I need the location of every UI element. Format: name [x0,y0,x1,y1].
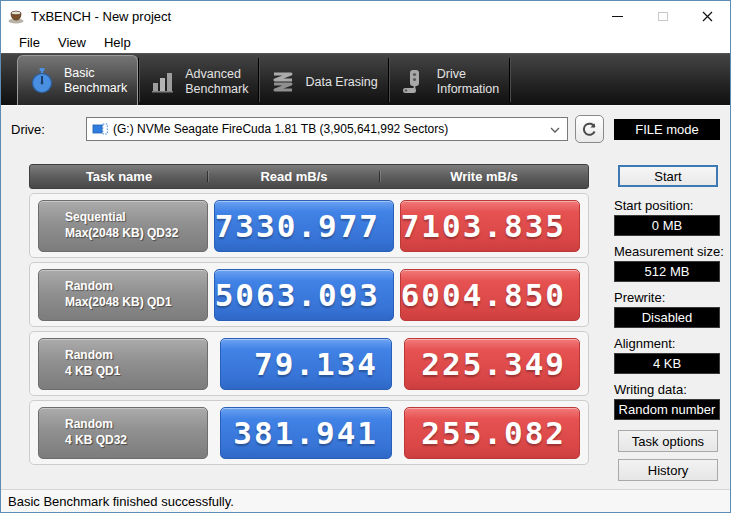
task-random-max-qd1-button[interactable]: Random Max(2048 KB) QD1 [38,269,208,321]
alignment-value[interactable]: 4 KB [614,353,720,374]
read-value-random-4kb-qd32: 381.941 [220,407,392,459]
task-options-button[interactable]: Task options [618,430,718,452]
column-read: Read mB/s [208,169,380,184]
minimize-button[interactable] [595,1,640,31]
write-value-sequential-qd32: 7103.835 [400,200,580,252]
prewrite-value[interactable]: Disabled [614,307,720,328]
drive-selected-value: (G:) NVMe Seagate FireCuda 1.81 TB (3,90… [113,122,448,136]
table-row: Random 4 KB QD1 79.134 225.349 [29,331,589,396]
table-header: Task name Read mB/s Write mB/s [29,164,589,189]
title-bar: TxBENCH - New project [1,1,730,31]
table-row: Sequential Max(2048 KB) QD32 7330.977 71… [29,193,589,258]
status-bar: Basic Benchmark finished successfully. [1,489,730,512]
window-controls [595,1,730,31]
writing-data-label: Writing data: [614,382,687,397]
tab-bar: Basic Benchmark Advanced Benchmark Data … [1,53,730,105]
tab-label: Basic Benchmark [64,66,127,96]
task-random-4kb-qd1-button[interactable]: Random 4 KB QD1 [38,338,208,390]
tab-separator [509,58,510,102]
drive-icon [401,69,427,95]
status-message: Basic Benchmark finished successfully. [8,494,234,509]
benchmark-table: Task name Read mB/s Write mB/s Sequentia… [29,164,589,465]
tab-label: Drive Information [437,67,500,97]
writing-data-value[interactable]: Random number [614,399,720,420]
start-button[interactable]: Start [618,165,718,187]
minimize-icon [612,16,623,17]
menu-bar: File View Help [1,31,730,53]
settings-panel: Start Start position: 0 MB Measurement s… [605,160,731,490]
refresh-icon [581,121,598,138]
alignment-label: Alignment: [614,336,675,351]
chevron-down-icon [550,127,560,133]
read-value-sequential-qd32: 7330.977 [214,200,394,252]
refresh-drives-button[interactable] [575,115,604,143]
read-value-random-4kb-qd1: 79.134 [220,338,392,390]
start-position-value[interactable]: 0 MB [614,215,720,236]
maximize-icon [658,12,668,21]
prewrite-label: Prewrite: [614,290,665,305]
column-write: Write mB/s [380,169,588,184]
measurement-size-value[interactable]: 512 MB [614,261,720,282]
main-content: Drive: (G:) NVMe Seagate FireCuda 1.81 T… [1,105,730,489]
file-mode-badge: FILE mode [614,119,720,140]
menu-view[interactable]: View [49,33,95,52]
drive-select[interactable]: (G:) NVMe Seagate FireCuda 1.81 TB (3,90… [86,117,568,141]
bar-chart-icon [151,71,175,93]
maximize-button[interactable] [640,1,685,31]
table-row: Random Max(2048 KB) QD1 5063.093 6004.85… [29,262,589,327]
column-task-name: Task name [30,169,208,184]
app-icon [8,9,25,24]
erase-icon [271,71,295,93]
table-row: Random 4 KB QD32 381.941 255.082 [29,400,589,465]
menu-file[interactable]: File [10,33,49,52]
history-button[interactable]: History [618,459,718,481]
start-position-label: Start position: [614,198,694,213]
drive-partition-icon [92,123,108,135]
txbench-window: TxBENCH - New project File View Help [0,0,731,513]
tab-data-erasing[interactable]: Data Erasing [259,59,387,105]
close-button[interactable] [685,1,730,31]
task-random-4kb-qd32-button[interactable]: Random 4 KB QD32 [38,407,208,459]
tab-basic-benchmark[interactable]: Basic Benchmark [17,55,138,105]
write-value-random-max-qd1: 6004.850 [400,269,580,321]
write-value-random-4kb-qd1: 225.349 [404,338,580,390]
write-value-random-4kb-qd32: 255.082 [404,407,580,459]
drive-label: Drive: [11,122,45,137]
window-title: TxBENCH - New project [31,9,171,24]
tab-drive-information[interactable]: Drive Information [389,59,510,105]
stopwatch-icon [30,67,54,95]
task-sequential-qd32-button[interactable]: Sequential Max(2048 KB) QD32 [38,200,208,252]
tab-advanced-benchmark[interactable]: Advanced Benchmark [139,59,258,105]
measurement-size-label: Measurement size: [614,244,724,259]
read-value-random-max-qd1: 5063.093 [214,269,394,321]
tab-label: Advanced Benchmark [185,67,248,97]
close-icon [702,11,713,22]
menu-help[interactable]: Help [95,33,140,52]
tab-label: Data Erasing [305,75,377,90]
